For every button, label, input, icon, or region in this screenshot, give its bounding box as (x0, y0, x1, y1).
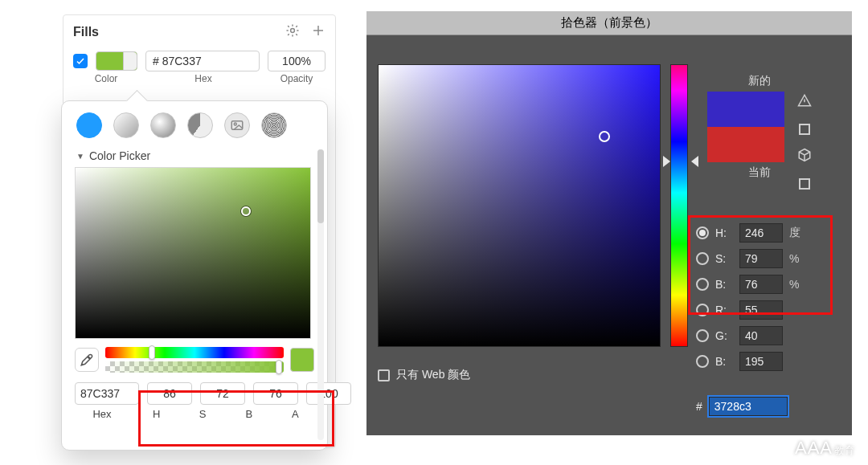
input-G[interactable] (739, 326, 783, 345)
input-Bv[interactable] (739, 275, 783, 294)
fill-mode-solid[interactable] (76, 112, 102, 138)
row-R: R: (696, 300, 842, 320)
label-opacity: Opacity (268, 73, 326, 84)
hex-field[interactable] (75, 382, 139, 405)
input-Bc[interactable] (739, 352, 783, 371)
web-only-checkbox[interactable] (378, 369, 390, 381)
warning-swatch[interactable] (799, 124, 810, 135)
input-H[interactable] (739, 223, 783, 243)
alpha-slider[interactable] (105, 361, 284, 373)
current-color-swatch (290, 348, 314, 372)
svg-point-4 (234, 123, 236, 125)
opacity-input[interactable] (268, 51, 326, 71)
svg-point-0 (291, 29, 295, 33)
color-swatch[interactable] (96, 51, 137, 71)
cube-icon[interactable] (797, 148, 812, 165)
label-A: A (276, 408, 314, 420)
ps-hex-input[interactable] (709, 397, 788, 416)
fill-mode-linear[interactable] (113, 112, 139, 138)
hue-knob[interactable] (149, 345, 155, 360)
ps-new-label: 新的 (707, 74, 812, 88)
radio-G[interactable] (696, 329, 709, 342)
ps-color-picker: 拾色器（前景色） 新的 当前 (366, 11, 852, 435)
ps-sb-cursor-icon[interactable] (599, 131, 610, 142)
input-S[interactable] (739, 249, 783, 268)
popover-scrollbar[interactable] (317, 149, 324, 440)
radio-R[interactable] (696, 304, 709, 316)
row-Bc: B: (696, 352, 842, 371)
s-field[interactable] (200, 382, 245, 405)
fill-mode-radial[interactable] (150, 112, 176, 138)
hue-slider[interactable] (105, 347, 284, 358)
a-field[interactable] (306, 382, 351, 405)
ps-sb-field[interactable] (378, 64, 661, 347)
input-R[interactable] (739, 300, 783, 320)
disclosure-triangle-icon[interactable]: ▼ (76, 152, 84, 161)
ps-color-compare (707, 92, 784, 162)
hex-input[interactable] (145, 51, 260, 71)
swatch-options-icon[interactable] (125, 55, 135, 70)
row-H: H: 度 (696, 223, 842, 243)
hex-hash: # (696, 400, 702, 413)
label-color: Color (73, 73, 139, 84)
warning-icon[interactable] (797, 93, 812, 111)
saturation-brightness-field[interactable] (75, 167, 311, 339)
fills-title: Fills (73, 25, 99, 39)
web-only-label: 只有 Web 颜色 (396, 368, 470, 382)
ps-current-color (707, 127, 784, 162)
label-H: H (137, 408, 176, 420)
plus-icon[interactable] (311, 23, 326, 41)
watermark: AAA教育 (793, 438, 855, 459)
eyedropper-button[interactable] (75, 348, 99, 372)
radio-Bc[interactable] (696, 355, 709, 368)
fill-enabled-checkbox[interactable] (73, 54, 88, 68)
cube-swatch[interactable] (799, 178, 810, 190)
label-S: S (183, 408, 222, 420)
b-field[interactable] (253, 382, 298, 405)
gear-icon[interactable] (285, 23, 300, 41)
row-Bv: B: % (696, 275, 842, 294)
radio-S[interactable] (696, 252, 709, 265)
ps-title: 拾色器（前景色） (366, 11, 852, 35)
radio-Bv[interactable] (696, 278, 709, 291)
fill-mode-angular[interactable] (187, 112, 213, 138)
svg-point-1 (128, 59, 133, 64)
label-B: B (230, 408, 268, 420)
fill-mode-noise[interactable] (261, 112, 287, 138)
label-hex: Hex (139, 73, 268, 84)
color-picker-label: Color Picker (89, 149, 150, 162)
color-popover: ▼ Color Picker (61, 100, 328, 451)
row-G: G: (696, 326, 842, 345)
label-hex2: Hex (75, 408, 129, 420)
radio-H[interactable] (696, 226, 709, 239)
alpha-knob[interactable] (276, 360, 282, 374)
svg-line-2 (127, 58, 133, 64)
sb-cursor-icon[interactable] (241, 206, 251, 216)
fills-panel: Fills (63, 14, 336, 448)
row-S: S: % (696, 249, 842, 268)
ps-hue-column[interactable] (670, 64, 688, 347)
svg-rect-3 (231, 121, 243, 130)
h-field[interactable] (147, 382, 192, 405)
ps-new-color (707, 92, 784, 127)
ps-current-label: 当前 (707, 165, 812, 180)
fill-mode-image[interactable] (224, 112, 250, 138)
